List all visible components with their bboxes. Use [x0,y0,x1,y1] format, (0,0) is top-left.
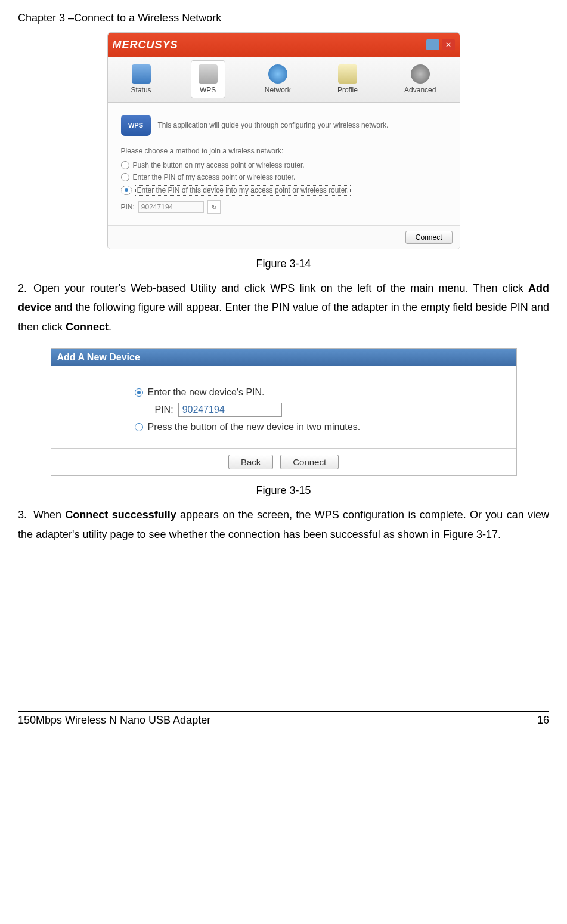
list-number: 3. [18,505,33,524]
radio-icon [121,161,129,169]
radio-press-button[interactable]: Press the button of the new device in tw… [135,422,463,432]
monitor-icon [132,64,151,84]
wps-panel: WPS This application will guide you thro… [108,103,460,225]
wps-badge-icon: WPS [121,115,151,136]
tab-label: Status [131,86,151,94]
brand-logo: MERCUSYS [113,39,178,51]
tab-network[interactable]: Network [258,61,298,98]
radio-label: Press the button of the new device in tw… [148,422,361,432]
bold-text: Connect [66,321,109,333]
tab-bar: Status WPS Network Profile Advanced [108,57,460,103]
globe-icon [268,64,287,84]
titlebar: MERCUSYS – ✕ [108,33,460,57]
text: Open your router's Web-based Utility and… [33,282,528,294]
figure-caption-15: Figure 3-15 [18,484,549,497]
radio-label: Enter the PIN of this device into my acc… [135,185,351,196]
bold-text: Connect successfully [65,509,176,521]
tab-label: WPS [200,86,216,94]
add-device-panel: Add A New Device Enter the new device's … [51,348,517,476]
profile-icon [338,64,357,84]
tab-label: Advanced [404,86,436,94]
tab-advanced[interactable]: Advanced [397,61,443,98]
pin-label: PIN: [121,203,135,211]
tab-label: Network [265,86,291,94]
refresh-icon: ↻ [212,204,216,211]
page-number: 16 [537,714,549,727]
step-3-text: 3.When Connect successfully appears on t… [18,505,549,544]
panel-title: Add A New Device [51,349,516,366]
gear-icon [411,64,430,84]
figure-caption-14: Figure 3-14 [18,258,549,270]
minimize-button[interactable]: – [426,39,439,50]
radio-enter-ap-pin[interactable]: Enter the PIN of my access point or wire… [121,173,447,181]
radio-label: Push the button on my access point or wi… [133,161,305,169]
tab-profile[interactable]: Profile [330,61,365,98]
wps-icon [199,64,218,84]
connect-button[interactable]: Connect [280,455,339,469]
pin-input[interactable] [138,201,204,213]
app-window: MERCUSYS – ✕ Status WPS Network Profile [107,32,460,249]
text: When [33,509,65,521]
radio-enter-device-pin[interactable]: Enter the PIN of this device into my acc… [121,185,447,196]
choose-method-label: Please choose a method to join a wireles… [121,147,447,155]
list-number: 2. [18,279,33,298]
refresh-pin-button[interactable]: ↻ [207,200,221,214]
radio-enter-pin[interactable]: Enter the new device's PIN. [135,387,463,398]
footer-product: 150Mbps Wireless N Nano USB Adapter [18,714,210,727]
pin-label: PIN: [155,404,173,415]
tab-label: Profile [337,86,358,94]
pin-input[interactable] [178,403,282,417]
tab-status[interactable]: Status [124,61,159,98]
close-button[interactable]: ✕ [442,39,455,50]
radio-push-button[interactable]: Push the button on my access point or wi… [121,161,447,169]
radio-label: Enter the PIN of my access point or wire… [133,173,296,181]
back-button[interactable]: Back [228,455,273,469]
wps-intro-text: This application will guide you through … [158,121,389,129]
connect-button[interactable]: Connect [405,231,453,244]
radio-label: Enter the new device's PIN. [148,387,265,398]
step-2-text: 2.Open your router's Web-based Utility a… [18,279,549,336]
tab-wps[interactable]: WPS [191,60,225,98]
page-footer: 150Mbps Wireless N Nano USB Adapter 16 [18,711,549,727]
radio-icon-selected [121,186,132,195]
radio-icon-selected [135,388,143,397]
text: . [109,321,111,333]
chapter-header: Chapter 3 –Connect to a Wireless Network [18,12,549,26]
radio-icon [135,423,143,431]
radio-icon [121,173,129,181]
